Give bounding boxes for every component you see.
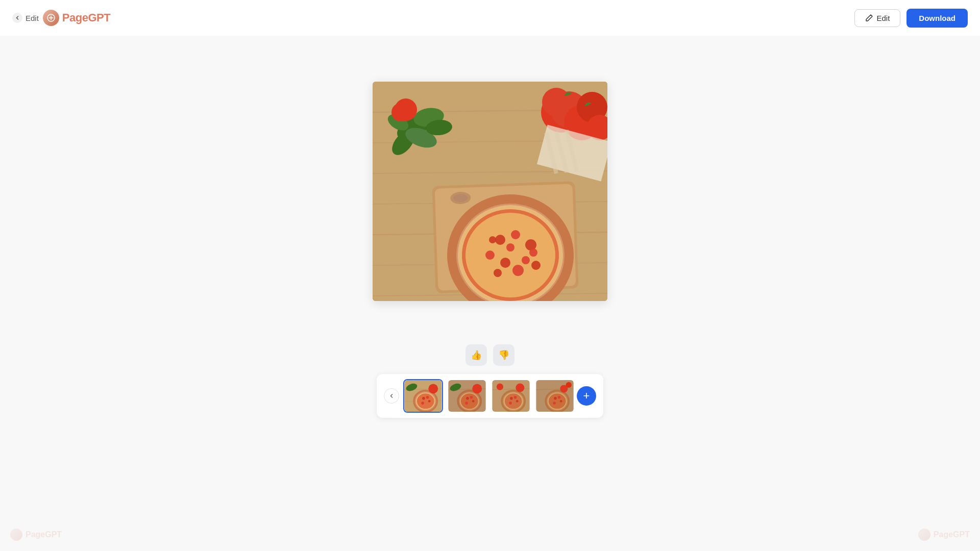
- svg-point-57: [428, 400, 431, 403]
- svg-point-68: [470, 396, 473, 399]
- svg-point-72: [472, 384, 482, 394]
- svg-point-93: [560, 400, 562, 403]
- svg-point-67: [466, 397, 469, 400]
- svg-point-81: [516, 400, 519, 403]
- svg-point-82: [509, 402, 512, 405]
- download-label: Download: [919, 14, 955, 22]
- svg-point-21: [522, 256, 530, 264]
- svg-point-25: [512, 265, 524, 276]
- logo-icon: [43, 10, 59, 26]
- watermark-logo-left: [10, 529, 22, 541]
- svg-point-26: [531, 261, 541, 270]
- svg-point-84: [497, 384, 503, 390]
- pizza-svg: [373, 82, 607, 301]
- watermark-logo-right: [918, 529, 930, 541]
- thumbnail-1-img: [404, 380, 442, 412]
- watermark-text-right: PageGPT: [934, 530, 970, 539]
- back-button[interactable]: Edit: [12, 13, 39, 23]
- chevron-left-icon: [389, 393, 394, 398]
- watermark-text-left: PageGPT: [26, 530, 62, 539]
- thumbnail-2-img: [448, 380, 486, 412]
- svg-point-92: [558, 396, 561, 399]
- plus-icon: +: [583, 389, 590, 403]
- svg-point-83: [516, 384, 524, 392]
- thumbnail-strip: [403, 379, 575, 413]
- svg-point-69: [472, 400, 475, 403]
- svg-point-80: [514, 396, 517, 399]
- thumbnail-4-img: [536, 380, 574, 412]
- feedback-container: 👍 👎: [465, 344, 514, 366]
- svg-point-28: [489, 236, 496, 243]
- svg-point-55: [422, 397, 425, 400]
- svg-point-18: [495, 235, 505, 245]
- edit-button[interactable]: Edit: [854, 9, 900, 27]
- svg-point-91: [554, 397, 557, 400]
- svg-point-23: [485, 251, 495, 260]
- svg-point-66: [461, 393, 478, 409]
- watermark-bottom-right: PageGPT: [918, 529, 970, 541]
- svg-point-27: [506, 243, 514, 252]
- logo-container: PageGPT: [43, 10, 110, 26]
- thumbs-up-icon: 👍: [471, 349, 482, 361]
- back-label: Edit: [26, 14, 39, 22]
- svg-point-78: [505, 393, 522, 409]
- svg-point-17: [465, 213, 555, 297]
- svg-point-29: [529, 248, 537, 257]
- thumbnail-3-img: [492, 380, 530, 412]
- thumbnail-4[interactable]: [535, 379, 575, 413]
- svg-point-94: [553, 402, 556, 405]
- main-image-container: [373, 82, 607, 301]
- svg-point-43: [391, 103, 410, 121]
- header: Edit PageGPT Edit Download: [0, 0, 980, 36]
- back-icon: [12, 13, 22, 23]
- thumbs-down-button[interactable]: 👎: [493, 344, 514, 366]
- svg-point-79: [510, 397, 513, 400]
- svg-point-34: [542, 88, 571, 116]
- svg-point-96: [566, 382, 572, 388]
- download-button[interactable]: Download: [906, 9, 968, 28]
- edit-label: Edit: [876, 14, 890, 22]
- svg-point-60: [428, 384, 438, 394]
- svg-point-19: [511, 230, 520, 239]
- thumbs-down-icon: 👎: [498, 349, 509, 361]
- thumbs-up-button[interactable]: 👍: [465, 344, 487, 366]
- thumbnail-2[interactable]: [447, 379, 487, 413]
- logo-text: PageGPT: [62, 11, 110, 24]
- thumbnail-1[interactable]: [403, 379, 443, 413]
- add-image-button[interactable]: +: [577, 386, 596, 406]
- watermark-bottom-left: PageGPT: [10, 529, 62, 541]
- header-left: Edit PageGPT: [12, 10, 110, 26]
- main-image: [373, 82, 607, 301]
- svg-point-54: [417, 393, 434, 409]
- svg-point-70: [465, 402, 468, 405]
- svg-point-22: [500, 258, 510, 268]
- svg-point-56: [426, 396, 429, 399]
- svg-point-58: [421, 402, 424, 405]
- edit-icon: [865, 14, 873, 22]
- svg-point-24: [494, 269, 502, 277]
- header-right: Edit Download: [854, 9, 968, 28]
- svg-point-90: [549, 393, 566, 409]
- thumbnail-strip-container: +: [377, 374, 603, 418]
- thumbnail-3[interactable]: [491, 379, 531, 413]
- strip-prev-button[interactable]: [384, 388, 399, 404]
- main-content: 👍 👎: [0, 36, 980, 551]
